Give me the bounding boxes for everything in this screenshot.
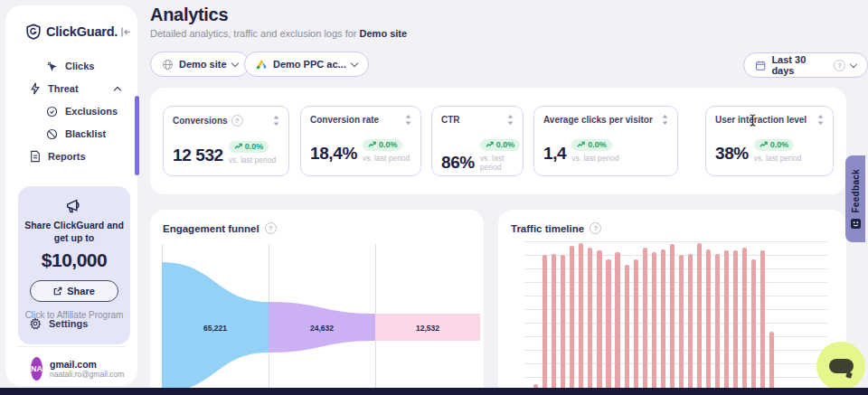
sidebar-item-threat[interactable]: Threat — [30, 79, 124, 99]
compare-label: vs. last period — [754, 154, 801, 163]
site-filter-value: Demo site — [179, 59, 227, 70]
timeline-bar — [751, 259, 756, 395]
timeline-bar — [606, 259, 610, 395]
stat-card-ctr: CTR 86% 0.0% vs. last period — [431, 106, 524, 176]
feedback-label: Feedback — [851, 169, 861, 213]
settings-label: Settings — [49, 318, 88, 329]
trend-up-icon — [577, 141, 585, 148]
external-link-icon — [53, 287, 62, 296]
sidebar-item-settings[interactable]: Settings — [29, 314, 88, 334]
stat-label: Conversion rate — [310, 115, 379, 125]
gear-icon — [29, 317, 42, 330]
sort-icon[interactable] — [662, 115, 668, 125]
info-icon[interactable]: ? — [834, 60, 845, 71]
stat-card-interaction-level: User interaction level 38% 0.0% vs. last… — [705, 106, 834, 176]
timeline-bar — [542, 255, 547, 395]
date-range-dropdown[interactable]: Last 30 days ? — [743, 52, 868, 78]
timeline-chart-title: Traffic timeline — [511, 223, 584, 234]
chat-bubble-tail — [845, 371, 853, 379]
timeline-bar — [724, 250, 729, 395]
sidebar-item-clicks[interactable]: Clicks — [46, 56, 94, 76]
sort-icon[interactable] — [507, 115, 514, 125]
sidebar-item-label: Reports — [48, 151, 86, 162]
traffic-timeline-card: Traffic timeline ? — [498, 210, 846, 395]
site-filter-dropdown[interactable]: Demo site — [150, 52, 250, 77]
chevron-down-icon — [850, 60, 857, 67]
collapse-sidebar-icon[interactable] — [119, 26, 132, 38]
sidebar-item-blacklist[interactable]: Blacklist — [46, 124, 106, 144]
trend-up-icon — [368, 141, 376, 148]
avatar: NA — [31, 357, 42, 381]
subtitle-text: Detailed analytics, traffic and exclusio… — [150, 28, 356, 39]
sort-icon[interactable] — [817, 115, 824, 125]
trend-up-icon — [760, 141, 768, 148]
compare-label: vs. last period — [571, 154, 618, 163]
stat-card-avg-clicks: Average clicks per visitor 1,4 0.0% vs. … — [533, 106, 678, 176]
timeline-bar — [552, 254, 556, 395]
stat-value: 12 532 — [173, 146, 223, 165]
calendar-icon — [755, 60, 766, 71]
feedback-tab[interactable]: Feedback — [845, 155, 865, 242]
sort-icon[interactable] — [273, 116, 279, 126]
stat-value: 1,4 — [543, 145, 566, 163]
change-badge: 0.0% — [754, 139, 795, 151]
stat-value: 86% — [441, 154, 475, 172]
compare-label: vs. last period — [229, 155, 276, 165]
sidebar-item-label: Blacklist — [65, 128, 106, 139]
chat-launcher-button[interactable] — [816, 342, 865, 390]
stat-card-conversions: Conversions ? 12 532 0.0% vs. last perio… — [163, 106, 289, 176]
sidebar-item-reports[interactable]: Reports — [30, 146, 86, 166]
subtitle-site-name: Demo site — [360, 28, 408, 39]
feedback-smiley-icon — [851, 219, 861, 229]
timeline-bar — [706, 249, 711, 395]
sidebar-divider — [18, 346, 125, 347]
timeline-bar — [634, 259, 638, 395]
google-ads-icon — [256, 59, 268, 70]
timeline-bar — [588, 248, 592, 395]
chevron-down-icon — [231, 59, 238, 66]
brand-name: ClickGuard. — [46, 24, 118, 39]
compare-label: vs. last period — [363, 154, 410, 163]
globe-icon — [162, 59, 174, 71]
page-title: Analytics — [150, 5, 228, 25]
share-button[interactable]: Share — [30, 280, 118, 302]
funnel-value-label: 24,632 — [310, 324, 334, 333]
brand-logo[interactable]: ClickGuard. — [25, 24, 118, 40]
timeline-bar — [652, 252, 656, 395]
timeline-bar — [570, 246, 574, 395]
share-button-label: Share — [67, 286, 95, 296]
shield-logo-icon — [25, 24, 42, 40]
blocked-icon — [46, 128, 58, 140]
sort-icon[interactable] — [405, 115, 411, 125]
funnel-value-label: 12,532 — [416, 324, 439, 333]
timeline-bar — [643, 248, 647, 395]
promo-text-line1: Share ClickGuard and — [18, 219, 130, 231]
change-badge: 0.0% — [571, 139, 612, 151]
chevron-up-icon — [114, 86, 121, 93]
timeline-bar — [733, 250, 738, 395]
sidebar-item-label: Clicks — [65, 61, 94, 71]
sidebar-scrollbar[interactable] — [135, 96, 139, 175]
document-icon — [30, 150, 41, 163]
timeline-bar — [615, 252, 619, 395]
sidebar: ClickGuard. Clicks Threat Exclu — [5, 5, 137, 386]
engagement-funnel-chart: 65,221 24,632 12,532 — [162, 242, 480, 395]
megaphone-icon — [64, 197, 84, 215]
ppc-account-filter-dropdown[interactable]: Demo PPC ac... — [244, 52, 369, 77]
timeline-bar — [688, 254, 693, 395]
compare-label: vs. last period — [480, 154, 521, 172]
account-switcher[interactable]: NA gmail.com naatali.ro@gmail.com — [31, 357, 127, 381]
date-range-value: Last 30 days — [771, 54, 828, 76]
timeline-bar — [561, 255, 565, 395]
info-icon[interactable]: ? — [590, 222, 601, 234]
sidebar-item-exclusions[interactable]: Exclusions — [46, 101, 118, 121]
chevron-down-icon — [350, 59, 357, 66]
info-icon[interactable]: ? — [231, 115, 243, 127]
account-name: gmail.com — [50, 359, 124, 370]
timeline-bar — [597, 250, 601, 395]
account-email: naatali.ro@gmail.com — [50, 370, 124, 380]
click-icon — [46, 61, 58, 72]
engagement-funnel-card: Engagement funnel ? 65,221 24,632 12,532 — [150, 210, 484, 395]
stat-label: User interaction level — [715, 115, 807, 125]
info-icon[interactable]: ? — [265, 222, 277, 234]
